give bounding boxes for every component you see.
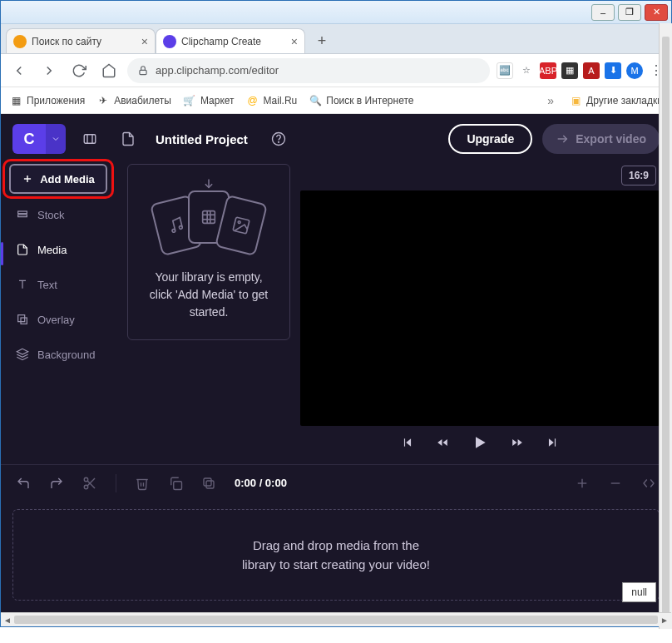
- sidebar-item-stock[interactable]: Stock: [9, 200, 117, 229]
- window-maximize-button[interactable]: ❐: [618, 4, 641, 21]
- tab-close-icon[interactable]: ×: [291, 35, 298, 48]
- address-bar[interactable]: app.clipchamp.com/editor: [127, 58, 490, 83]
- tab-title: Clipchamp Create: [181, 36, 286, 47]
- layers-icon: [16, 348, 29, 361]
- scroll-right-icon[interactable]: ►: [658, 613, 671, 626]
- delete-button[interactable]: [135, 476, 150, 491]
- svg-marker-26: [406, 438, 411, 446]
- window-close-button[interactable]: ✕: [645, 4, 668, 21]
- media-library-panel: Your library is empty, click 'Add Media'…: [127, 164, 290, 340]
- bookmark-star-icon[interactable]: ☆: [518, 62, 535, 79]
- pdf-icon[interactable]: A: [583, 62, 600, 79]
- browser-tab[interactable]: Поиск по сайту ×: [6, 28, 156, 53]
- folder-icon: ▣: [569, 94, 582, 107]
- svg-rect-10: [18, 215, 27, 217]
- extension-icon[interactable]: ▦: [561, 62, 578, 79]
- svg-point-35: [84, 477, 88, 482]
- sidebar-item-text[interactable]: Text: [9, 270, 117, 299]
- apps-icon: ▦: [9, 94, 22, 107]
- export-video-button[interactable]: Export video: [542, 124, 660, 154]
- zoom-fit-button[interactable]: [641, 476, 656, 491]
- svg-rect-40: [206, 481, 214, 488]
- plus-icon: [22, 173, 33, 185]
- app-main: Add Media Stock Media Text: [1, 164, 671, 464]
- skip-start-button[interactable]: [402, 437, 413, 448]
- sidebar-item-label: Text: [37, 279, 57, 291]
- svg-rect-0: [140, 70, 146, 74]
- adblock-icon[interactable]: ABP: [540, 62, 556, 79]
- film-icon: [200, 208, 218, 226]
- empty-library-text: Your library is empty, click 'Add Media'…: [150, 269, 268, 321]
- help-icon[interactable]: [264, 125, 293, 153]
- timeline-time: 0:00 / 0:00: [235, 477, 287, 489]
- add-media-button[interactable]: Add Media: [9, 164, 107, 194]
- copy-button[interactable]: [168, 476, 183, 491]
- zoom-out-button[interactable]: [608, 476, 623, 491]
- page-horizontal-scrollbar[interactable]: ◄ ►: [1, 612, 671, 626]
- preview-canvas[interactable]: [300, 190, 660, 426]
- bookmark-item[interactable]: @Mail.Ru: [246, 94, 298, 107]
- duplicate-button[interactable]: [201, 476, 216, 491]
- page-vertical-scrollbar[interactable]: [659, 23, 672, 629]
- timeline-hint-text: Drag and drop media from the library to …: [242, 536, 430, 575]
- svg-rect-9: [18, 211, 27, 214]
- cut-button[interactable]: [82, 476, 97, 491]
- redo-button[interactable]: [49, 476, 64, 491]
- stack-icon: [16, 208, 29, 221]
- nav-home-button[interactable]: [97, 59, 121, 82]
- app-viewport: C Untitled Project Upgrade Export video: [1, 114, 671, 612]
- nav-forward-button[interactable]: [37, 59, 61, 82]
- scroll-left-icon[interactable]: ◄: [1, 613, 14, 626]
- skip-end-button[interactable]: [546, 437, 558, 448]
- svg-marker-29: [443, 439, 447, 446]
- nav-back-button[interactable]: [7, 59, 31, 82]
- rewind-button[interactable]: [437, 437, 448, 448]
- tab-title: Поиск по сайту: [32, 36, 136, 47]
- new-tab-button[interactable]: +: [310, 29, 334, 52]
- sidebar-item-overlay[interactable]: Overlay: [9, 305, 117, 334]
- download-icon[interactable]: ⬇: [605, 62, 621, 79]
- undo-button[interactable]: [16, 476, 31, 491]
- app-brand[interactable]: C: [12, 124, 66, 154]
- file-icon: [16, 243, 29, 256]
- browser-tab[interactable]: Clipchamp Create ×: [156, 28, 305, 53]
- lock-icon: [137, 65, 149, 77]
- document-icon[interactable]: [114, 125, 142, 153]
- project-title[interactable]: Untitled Project: [156, 132, 248, 146]
- bookmarks-overflow-icon[interactable]: »: [544, 94, 557, 107]
- browser-toolbar: app.clipchamp.com/editor 🔤 ☆ ABP ▦ A ⬇ M…: [1, 54, 671, 87]
- svg-point-25: [238, 220, 240, 223]
- profile-avatar[interactable]: M: [626, 62, 643, 79]
- video-templates-icon[interactable]: [76, 125, 104, 153]
- text-icon: [16, 278, 29, 291]
- aspect-ratio-button[interactable]: 16:9: [621, 166, 656, 185]
- sidebar-item-media[interactable]: Media: [9, 235, 117, 264]
- other-bookmarks[interactable]: ▣Другие закладки: [569, 94, 663, 107]
- bookmark-item[interactable]: 🛒Маркет: [183, 94, 235, 107]
- app-topbar: C Untitled Project Upgrade Export video: [1, 114, 671, 164]
- sidebar-item-label: Overlay: [37, 314, 75, 326]
- tab-close-icon[interactable]: ×: [141, 35, 148, 48]
- bookmark-item[interactable]: 🔍Поиск в Интернете: [309, 94, 413, 107]
- zoom-in-button[interactable]: [575, 476, 590, 491]
- bookmark-apps[interactable]: ▦Приложения: [9, 94, 85, 107]
- svg-rect-13: [18, 315, 25, 322]
- sidebar-item-background[interactable]: Background: [9, 340, 117, 368]
- play-button[interactable]: [472, 434, 488, 451]
- svg-marker-32: [512, 439, 516, 446]
- nav-reload-button[interactable]: [67, 59, 91, 82]
- fast-forward-button[interactable]: [511, 437, 523, 448]
- svg-rect-14: [21, 318, 27, 324]
- svg-rect-27: [404, 438, 405, 446]
- svg-rect-1: [84, 135, 96, 144]
- bookmarks-bar: ▦Приложения ✈Авиабилеты 🛒Маркет @Mail.Ru…: [1, 87, 671, 114]
- svg-marker-28: [437, 439, 442, 446]
- brand-dropdown-icon[interactable]: [46, 124, 66, 154]
- translate-icon[interactable]: 🔤: [497, 62, 513, 79]
- window-minimize-button[interactable]: –: [591, 4, 615, 21]
- svg-rect-34: [555, 438, 556, 446]
- timeline-drop-zone[interactable]: Drag and drop media from the library to …: [12, 509, 660, 601]
- upgrade-button[interactable]: Upgrade: [448, 124, 532, 154]
- bookmark-item[interactable]: ✈Авиабилеты: [96, 94, 171, 107]
- null-indicator: null: [622, 582, 656, 602]
